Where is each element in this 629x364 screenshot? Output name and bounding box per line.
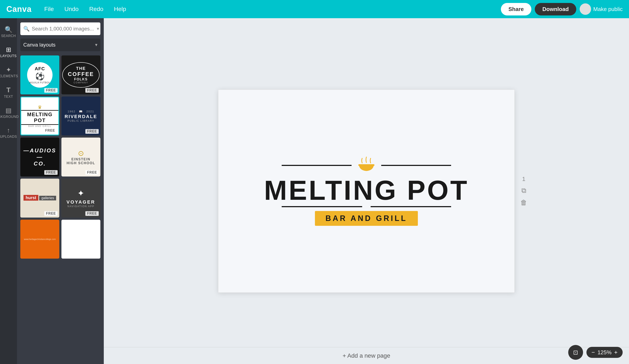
free-badge-afc: FREE xyxy=(44,88,58,93)
cup-svg xyxy=(356,157,377,174)
free-badge-hurst: FREE xyxy=(44,211,58,216)
layouts-dropdown[interactable]: Canva layouts ▾ xyxy=(20,38,100,51)
template-orange[interactable]: www.heritagechristiancollege.com xyxy=(20,220,59,259)
search-input[interactable] xyxy=(32,26,95,32)
hurst-content: hurst galleries xyxy=(23,195,56,202)
elements-icon: ✦ xyxy=(6,66,11,73)
make-public-button[interactable]: Make public xyxy=(580,3,623,15)
template-melting[interactable]: ♛ MELTING POT BAR AND GRILL FREE xyxy=(20,97,59,135)
topbar-actions: Share Download Make public xyxy=(501,3,623,15)
bkground-icon: ▤ xyxy=(5,107,11,114)
cup-icon xyxy=(356,157,377,174)
delete-page-icon[interactable]: 🗑 xyxy=(520,199,527,207)
template-grid: AFC ⚽ AGUILA FUTBOL FREE THE COFFEE FOLK… xyxy=(20,55,100,259)
make-public-label: Make public xyxy=(593,6,623,12)
audios-content: —AUDIOS—CO. xyxy=(20,147,59,167)
sidebar-item-search[interactable]: 🔍 SEARCH xyxy=(0,23,17,41)
download-button[interactable]: Download xyxy=(535,3,576,15)
bottom-controls: ⊡ − 125% + xyxy=(568,345,623,360)
melting-pot-logo: MELTING POT BAR AND GRILL xyxy=(218,157,514,226)
redo-button[interactable]: Redo xyxy=(85,4,108,14)
template-afc[interactable]: AFC ⚽ AGUILA FUTBOL FREE xyxy=(20,55,59,94)
add-page-label: + Add a new page xyxy=(343,352,390,359)
logo: Canva xyxy=(6,5,31,14)
voyager-content: ✦ VOYAGER NAVIGATION APP xyxy=(66,188,95,208)
canvas-subtitle: BAR AND GRILL xyxy=(315,211,418,226)
avatar xyxy=(580,3,591,15)
template-riverdale[interactable]: 1962 📖 2021 RIVERDALE PUBLIC LIBRARY FRE… xyxy=(61,97,100,135)
sidebar-item-text[interactable]: T TEXT xyxy=(0,83,17,102)
canva-logo-text: Canva xyxy=(6,5,31,14)
template-voyager[interactable]: ✦ VOYAGER NAVIGATION APP FREE xyxy=(61,179,100,218)
top-decoration xyxy=(282,157,451,174)
melting-small-content: ♛ MELTING POT BAR AND GRILL xyxy=(21,105,58,127)
layouts-dropdown-chevron: ▾ xyxy=(95,42,97,48)
add-page-button[interactable]: + Add a new page xyxy=(343,352,390,359)
present-button[interactable]: ⊡ xyxy=(568,345,583,360)
free-badge-voyager: FREE xyxy=(85,211,99,216)
sidebar-item-elements[interactable]: ✦ ELEMENTS xyxy=(0,63,17,81)
sidebar-label-uploads: UPLOADS xyxy=(0,135,17,139)
template-white2[interactable] xyxy=(61,220,100,259)
main-canvas: MELTING POT BAR AND GRILL 1 ⧉ 🗑 + Add a … xyxy=(104,18,629,364)
sidebar-label-text: TEXT xyxy=(4,95,13,99)
free-badge-audios: FREE xyxy=(44,170,58,175)
copy-page-icon[interactable]: ⧉ xyxy=(521,187,526,195)
help-menu[interactable]: Help xyxy=(110,4,131,14)
canvas-page[interactable]: MELTING POT BAR AND GRILL 1 ⧉ 🗑 xyxy=(218,90,515,293)
sidebar-label-bkground: BKGROUND xyxy=(0,115,19,119)
template-einstein[interactable]: ⊙ EINSTEINHIGH SCHOOL FREE xyxy=(61,137,100,176)
canvas-title: MELTING POT xyxy=(264,176,469,204)
zoom-level: 125% xyxy=(598,349,612,356)
left-panel: 🔍 ▾ Canva layouts ▾ AFC ⚽ AGUILA FUTBOL … xyxy=(17,18,104,364)
search-icon: 🔍 xyxy=(5,26,12,33)
text-icon: T xyxy=(6,86,10,94)
template-coffee[interactable]: THE COFFEE FOLKS COMPANY FREE xyxy=(61,55,100,94)
zoom-out-button[interactable]: − xyxy=(592,349,595,356)
sidebar-item-layouts[interactable]: ⊞ LAYOUTS xyxy=(0,43,17,61)
sidebar: 🔍 SEARCH ⊞ LAYOUTS ✦ ELEMENTS T TEXT ▤ B… xyxy=(0,18,17,364)
share-button[interactable]: Share xyxy=(501,3,531,15)
page-number: 1 xyxy=(522,176,525,182)
sidebar-label-elements: ELEMENTS xyxy=(0,74,18,78)
canvas-area: MELTING POT BAR AND GRILL 1 ⧉ 🗑 xyxy=(218,90,515,293)
einstein-content: ⊙ EINSTEINHIGH SCHOOL xyxy=(67,149,95,165)
sidebar-label-search: SEARCH xyxy=(1,34,16,38)
right-line xyxy=(381,165,451,166)
top-navigation: File Undo Redo Help xyxy=(40,4,501,14)
template-hurst[interactable]: hurst galleries FREE xyxy=(20,179,59,218)
layouts-dropdown-label: Canva layouts xyxy=(23,42,55,48)
free-badge-einstein: FREE xyxy=(85,170,99,175)
undo-button[interactable]: Undo xyxy=(60,4,83,14)
sidebar-item-bkground[interactable]: ▤ BKGROUND xyxy=(0,104,17,122)
zoom-in-button[interactable]: + xyxy=(614,349,618,356)
uploads-icon: ↑ xyxy=(7,127,10,134)
zoom-display: − 125% + xyxy=(586,347,623,358)
sidebar-label-layouts: LAYOUTS xyxy=(0,54,17,58)
search-bar[interactable]: 🔍 ▾ xyxy=(20,22,100,35)
coffee-content: THE COFFEE FOLKS COMPANY xyxy=(62,62,99,88)
orange-content: www.heritagechristiancollege.com xyxy=(22,236,58,243)
file-menu[interactable]: File xyxy=(40,4,58,14)
left-line xyxy=(282,165,351,166)
riverdale-content: 1962 📖 2021 RIVERDALE PUBLIC LIBRARY xyxy=(65,110,97,122)
search-icon-input: 🔍 xyxy=(23,26,30,32)
svg-rect-0 xyxy=(358,164,374,166)
free-badge-riverdale: FREE xyxy=(85,129,99,134)
template-audios[interactable]: —AUDIOS—CO. FREE xyxy=(20,137,59,176)
page-indicator: 1 ⧉ 🗑 xyxy=(520,176,527,207)
bottom-left-line xyxy=(282,206,362,207)
afc-logo: AFC ⚽ AGUILA FUTBOL xyxy=(27,62,52,88)
search-dropdown-chevron[interactable]: ▾ xyxy=(97,26,99,31)
layouts-icon: ⊞ xyxy=(6,46,11,53)
free-badge-coffee: FREE xyxy=(85,88,99,93)
free-badge-melting: FREE xyxy=(43,128,57,133)
bottom-bar: + Add a new page xyxy=(104,347,629,364)
sidebar-item-uploads[interactable]: ↑ UPLOADS xyxy=(0,124,17,141)
bottom-decoration xyxy=(282,206,451,207)
topbar: Canva File Undo Redo Help Share Download… xyxy=(0,0,629,18)
bottom-right-line xyxy=(371,206,451,207)
